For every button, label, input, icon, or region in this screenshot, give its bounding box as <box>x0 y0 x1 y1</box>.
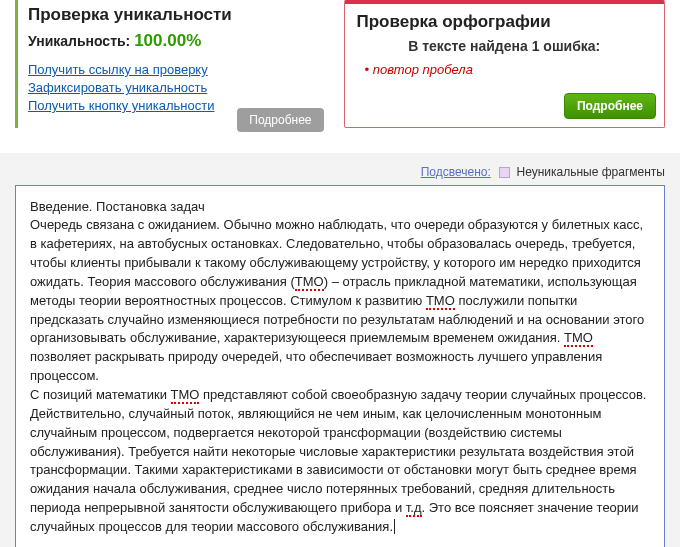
legend-swatch-icon <box>499 167 510 178</box>
link-get-check-url[interactable]: Получить ссылку на проверку <box>28 61 324 79</box>
spell-error[interactable]: т.д <box>406 500 422 517</box>
uniqueness-title: Проверка уникальности <box>28 5 324 25</box>
content-area: Подсвечено: Неуникальные фрагменты Введе… <box>0 153 680 547</box>
spell-error[interactable]: ТМО <box>564 330 593 347</box>
uniqueness-line: Уникальность: 100.00% <box>28 31 324 51</box>
spell-error[interactable]: ТМО <box>171 387 200 404</box>
uniqueness-label: Уникальность: <box>28 33 130 49</box>
legend-non-unique-label: Неуникальные фрагменты <box>516 165 665 179</box>
spell-error[interactable]: ТМО <box>295 274 324 291</box>
orthography-title: Проверка орфографии <box>357 12 653 32</box>
uniqueness-panel: Проверка уникальности Уникальность: 100.… <box>15 0 324 128</box>
orthography-panel: Проверка орфографии В тексте найдена 1 о… <box>344 0 666 128</box>
uniqueness-value: 100.00% <box>134 31 201 50</box>
orthography-more-button[interactable]: Подробнее <box>564 93 656 119</box>
text-caret-icon <box>393 519 395 534</box>
orthography-subtitle: В тексте найдена 1 ошибка: <box>357 38 653 54</box>
text-paragraph: Очередь связана с ожиданием. Обычно можн… <box>30 216 650 386</box>
link-fix-uniqueness[interactable]: Зафиксировать уникальность <box>28 79 324 97</box>
text-editor[interactable]: Введение. Постановка задач Очередь связа… <box>15 185 665 547</box>
legend-highlighted-link[interactable]: Подсвечено: <box>421 165 491 179</box>
orthography-error-list: повтор пробела <box>357 62 653 77</box>
spell-error[interactable]: ТМО <box>426 293 455 310</box>
legend-row: Подсвечено: Неуникальные фрагменты <box>15 165 665 179</box>
text-line: Введение. Постановка задач <box>30 198 650 217</box>
orthography-error-item: повтор пробела <box>365 62 653 77</box>
text-paragraph: С позиций математики ТМО представляют со… <box>30 386 650 537</box>
uniqueness-more-button[interactable]: Подробнее <box>237 108 323 132</box>
